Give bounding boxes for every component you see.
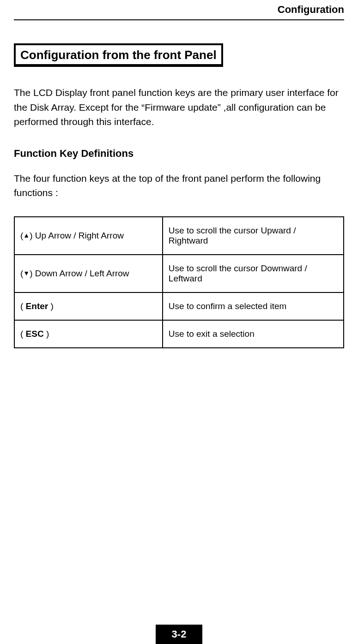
header-rule [14, 19, 344, 20]
key-label-enter: Enter [26, 301, 49, 311]
intro-paragraph: The LCD Display front panel function key… [14, 85, 344, 129]
down-arrow-icon: ▼ [23, 270, 30, 276]
paren-open: ( [20, 329, 26, 339]
desc-cell: Use to scroll the cursor Downward / Left… [163, 255, 344, 292]
section-title-box: Configuration from the front Panel [14, 43, 223, 67]
page-header-title: Configuration [14, 0, 344, 19]
key-text: ) Up Arrow / Right Arrow [30, 231, 124, 240]
up-arrow-icon: ▲ [23, 232, 30, 239]
key-cell: (▲) Up Arrow / Right Arrow [14, 217, 163, 255]
key-text: ) Down Arrow / Left Arrow [30, 268, 129, 278]
desc-cell: Use to confirm a selected item [163, 292, 344, 320]
table-row: (▲) Up Arrow / Right Arrow Use to scroll… [14, 217, 344, 255]
table-row: ( ESC ) Use to exit a selection [14, 320, 344, 348]
key-cell: (▼) Down Arrow / Left Arrow [14, 255, 163, 292]
section-title: Configuration from the front Panel [20, 48, 217, 62]
desc-cell: Use to exit a selection [163, 320, 344, 348]
key-cell: ( Enter ) [14, 292, 163, 320]
page-number: 3-2 [156, 625, 203, 644]
table-row: ( Enter ) Use to confirm a selected item [14, 292, 344, 320]
sub-heading: Function Key Definitions [14, 148, 344, 160]
paren-close: ) [44, 329, 49, 339]
desc-cell: Use to scroll the cursor Upward / Rightw… [163, 217, 344, 255]
page-footer: 3-2 [0, 625, 358, 644]
sub-paragraph: The four function keys at the top of the… [14, 171, 344, 200]
function-keys-table: (▲) Up Arrow / Right Arrow Use to scroll… [14, 216, 344, 348]
page-content: Configuration Configuration from the fro… [0, 0, 358, 644]
paren-open: ( [20, 301, 26, 311]
key-label-esc: ESC [26, 329, 44, 339]
paren-close: ) [48, 301, 54, 311]
table-row: (▼) Down Arrow / Left Arrow Use to scrol… [14, 255, 344, 292]
key-cell: ( ESC ) [14, 320, 163, 348]
